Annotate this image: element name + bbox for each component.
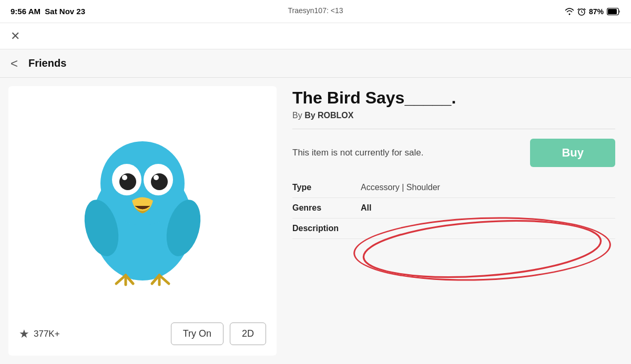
svg-line-18	[159, 275, 169, 284]
back-button[interactable]: <	[11, 56, 18, 71]
description-label: Description	[292, 224, 361, 233]
nav-title: Friends	[28, 57, 66, 69]
battery-percent: 87%	[589, 7, 604, 16]
item-details-panel: The Bird Says_____. By By ROBLOX This it…	[277, 78, 631, 364]
close-button[interactable]: ✕	[11, 30, 20, 42]
favorites-count: 377K+	[34, 329, 60, 339]
type-label: Type	[292, 183, 361, 192]
two-d-button[interactable]: 2D	[230, 323, 266, 345]
item-title: The Bird Says_____.	[292, 88, 615, 108]
battery-icon	[607, 8, 620, 15]
genres-row: Genres All	[292, 198, 615, 219]
top-bar: ✕	[0, 23, 631, 49]
status-time: 9:56 AM Sat Nov 23	[11, 7, 85, 16]
wifi-icon	[565, 8, 574, 15]
svg-point-12	[154, 175, 159, 180]
status-bar: 9:56 AM Sat Nov 23 Traesyn107: <13 87%	[0, 0, 631, 23]
item-preview-panel: ★ 377K+ Try On 2D	[8, 86, 277, 356]
view-buttons: Try On 2D	[171, 323, 266, 345]
status-user: Traesyn107: <13	[288, 6, 343, 15]
favorites-section: ★ 377K+	[19, 327, 60, 341]
svg-point-10	[151, 173, 168, 190]
buy-button[interactable]: Buy	[530, 139, 615, 167]
description-row: Description	[292, 219, 615, 239]
svg-point-11	[122, 175, 127, 180]
svg-point-9	[119, 173, 136, 190]
divider-1	[292, 129, 615, 129]
bottom-controls: ★ 377K+ Try On 2D	[19, 317, 266, 345]
item-creator: By By ROBLOX	[292, 111, 615, 120]
details-table: Type Accessory | Shoulder Genres All Des…	[292, 178, 615, 239]
svg-line-13	[116, 275, 126, 284]
main-content: ★ 377K+ Try On 2D The Bird Says_____. By…	[0, 78, 631, 364]
type-value: Accessory | Shoulder	[361, 183, 615, 192]
red-circle-annotation	[352, 213, 612, 285]
star-icon: ★	[19, 327, 29, 341]
svg-rect-2	[608, 9, 617, 14]
try-on-button[interactable]: Try On	[171, 323, 223, 345]
nav-bar: < Friends	[0, 49, 631, 78]
sale-status: This item is not currently for sale.	[292, 148, 423, 158]
genres-label: Genres	[292, 203, 361, 213]
alarm-icon	[577, 7, 586, 16]
type-row: Type Accessory | Shoulder	[292, 178, 615, 198]
genres-value: All	[361, 203, 615, 213]
sale-row: This item is not currently for sale. Buy	[292, 139, 615, 167]
svg-point-19	[362, 214, 603, 284]
status-indicators: 87%	[565, 7, 620, 16]
item-image-area	[19, 97, 266, 317]
item-image	[69, 123, 216, 291]
